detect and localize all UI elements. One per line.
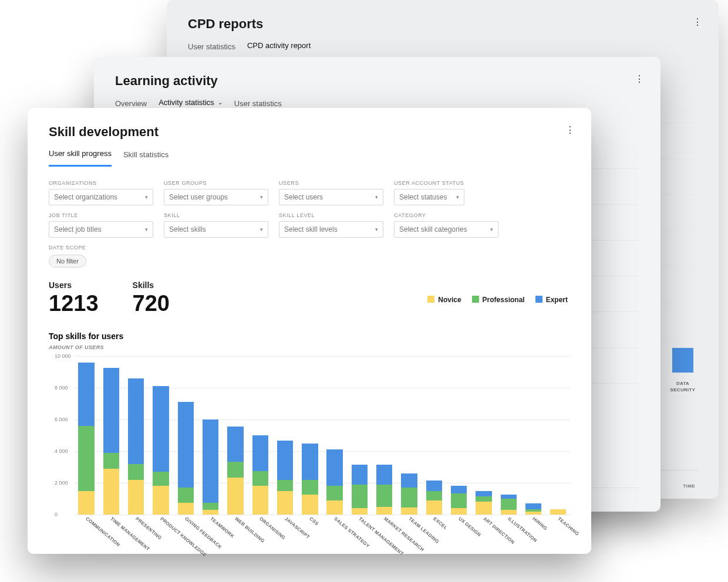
tab-cpd-activity-report[interactable]: CPD activity report [247,40,311,59]
chevron-down-icon: ▾ [490,226,493,232]
bar-time-management: Time Management [99,368,123,515]
top-skills-chart: 02 0004 0006 0008 00010 000 Communicatio… [63,356,570,526]
more-menu-icon[interactable]: ⋮ [693,18,702,27]
chevron-down-icon: ▾ [260,226,263,232]
bar-web-building: Web Building [224,427,247,515]
bar-presenting: Presenting [124,378,148,515]
tab-user-skill-progress[interactable]: User skill progress [49,148,112,167]
bar-organising: Organising [248,435,272,515]
stat-users-value: 1213 [49,291,99,316]
bar-sales-strategy: Sales Strategy [323,449,346,515]
bar-teaching: Teaching [547,509,570,515]
filter-job-title[interactable]: Select job titles▾ [49,221,153,238]
more-menu-icon[interactable]: ⋮ [565,126,575,135]
chart-title: Top skills for users [28,321,591,344]
stat-skills-value: 720 [133,291,170,316]
page-title: Learning activity [115,73,639,89]
chart-bar-data-security: DATA SECURITY [670,348,695,393]
stat-skills-label: Skills [133,280,170,290]
chart-legend: Novice Professional Expert [427,296,568,304]
bar-talent-management: Talent Management [348,465,371,515]
bar-hiring: Hiring [521,503,545,515]
stat-users-label: Users [49,280,99,290]
more-menu-icon[interactable]: ⋮ [635,75,644,84]
bar-javascript: JavaScript [273,441,296,515]
bar-giving-feedback: Giving Feedback [174,402,197,515]
filter-user-groups[interactable]: Select user groups▾ [164,189,268,205]
bar-art-direction: Art Direction [472,491,496,515]
filter-user-account-status[interactable]: Select statuses▾ [394,189,464,205]
chevron-down-icon: ▾ [456,194,459,200]
bar-teamwork: Teamwork [198,419,222,515]
page-title: Skill development [49,124,570,140]
bar-product-knowledge: Product Knowledge [149,386,173,515]
chevron-down-icon: ▾ [145,226,148,232]
filter-organizations[interactable]: Select organizations▾ [49,189,153,205]
bar-communication: Communication [75,363,98,515]
bar-team-leading: Team Leading [397,473,421,515]
chevron-down-icon: ⌄ [218,99,223,106]
tab-user-statistics[interactable]: User statistics [188,40,235,59]
chevron-down-icon: ▾ [375,194,378,200]
panel-skill-development: ⋮ Skill development User skill progress … [28,108,591,554]
chevron-down-icon: ▾ [260,194,263,200]
bar-illustration: Illustration [497,495,520,515]
chevron-down-icon: ▾ [145,194,148,200]
filter-skill-level[interactable]: Select skill levels▾ [279,221,383,238]
bar-excel: Excel [422,481,446,515]
date-scope-pill[interactable]: No filter [49,255,86,268]
tab-skill-statistics[interactable]: Skill statistics [123,148,168,167]
filter-users[interactable]: Select users▾ [279,189,383,205]
bar-market-research: Market Research [373,465,396,515]
filter-skill[interactable]: Select skills▾ [164,221,268,238]
filter-category[interactable]: Select skill categories▾ [394,221,498,238]
chart-y-axis-label: Amount of users [28,344,591,353]
chevron-down-icon: ▾ [375,226,378,232]
bar-css: CSS [298,444,322,515]
bar-ux-design: UX Design [447,486,470,515]
page-title: CPD reports [188,16,697,32]
